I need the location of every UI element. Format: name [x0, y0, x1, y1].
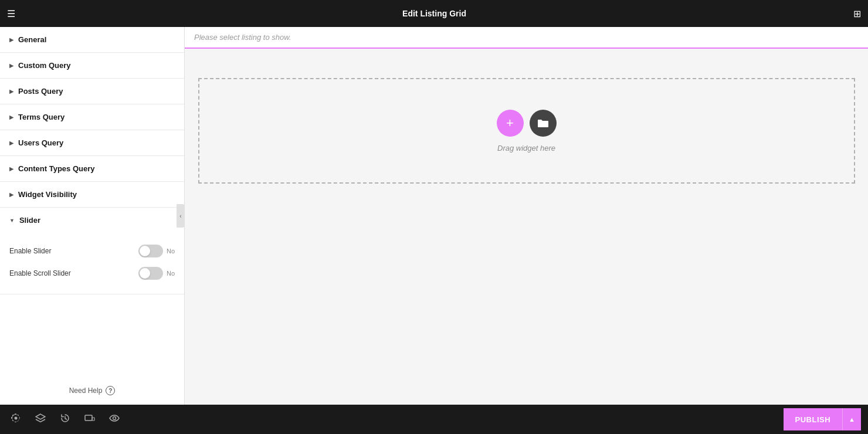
sidebar-collapse-handle[interactable]: ‹ [177, 204, 185, 228]
sidebar-item-label-general: General [18, 35, 46, 44]
sidebar-item-label-content-types-query: Content Types Query [18, 164, 95, 173]
svg-rect-0 [85, 415, 92, 421]
enable-scroll-slider-toggle[interactable]: No [138, 267, 175, 280]
sidebar-section-terms-query: Terms Query [0, 104, 184, 130]
chevron-down-icon [9, 217, 15, 223]
folder-button[interactable] [530, 110, 557, 137]
publish-btn-group: PUBLISH ▲ [784, 408, 861, 430]
chevron-right-icon [9, 36, 13, 43]
sidebar-item-slider[interactable]: Slider [0, 208, 184, 233]
layers-icon[interactable] [32, 409, 49, 429]
sidebar-item-content-types-query[interactable]: Content Types Query [0, 156, 184, 181]
sidebar-item-label-custom-query: Custom Query [18, 61, 71, 70]
chevron-right-icon [9, 140, 13, 146]
enable-scroll-slider-label: Enable Scroll Slider [9, 269, 71, 277]
need-help-label: Need Help [69, 386, 103, 395]
slider-section-content: Enable Slider No Enable Scroll Slider [0, 233, 184, 294]
chevron-right-icon [9, 191, 13, 198]
settings-icon[interactable] [7, 409, 25, 429]
hamburger-icon[interactable]: ☰ [7, 8, 15, 19]
chevron-right-icon [9, 165, 13, 172]
help-icon: ? [106, 386, 115, 395]
chevron-right-icon [9, 114, 13, 120]
widget-canvas: + Drag widget here [185, 49, 868, 405]
sidebar-item-widget-visibility[interactable]: Widget Visibility [0, 182, 184, 207]
enable-slider-row: Enable Slider No [9, 240, 175, 262]
drop-zone-buttons: + [497, 110, 557, 137]
top-bar: ☰ Edit Listing Grid ⊞ [0, 0, 868, 27]
bottom-toolbar: PUBLISH ▲ [0, 405, 868, 434]
drop-zone: + Drag widget here [198, 78, 855, 184]
chevron-right-icon [9, 62, 13, 69]
enable-slider-toggle[interactable]: No [138, 245, 175, 257]
drop-text: Drag widget here [497, 144, 555, 152]
sidebar-section-content-types-query: Content Types Query [0, 156, 184, 182]
sidebar-item-label-widget-visibility: Widget Visibility [18, 190, 77, 199]
sidebar-section-users-query: Users Query [0, 130, 184, 156]
sidebar-item-label-users-query: Users Query [18, 138, 63, 147]
responsive-icon[interactable] [81, 409, 99, 429]
grid-icon[interactable]: ⊞ [853, 8, 861, 19]
enable-scroll-slider-thumb [140, 268, 150, 279]
sidebar-section-slider: Slider Enable Slider No Enable Scroll Sl… [0, 208, 184, 294]
history-icon[interactable] [56, 409, 74, 429]
sidebar-item-custom-query[interactable]: Custom Query [0, 53, 184, 78]
sidebar-section-general: General [0, 27, 184, 53]
sidebar-item-label-terms-query: Terms Query [18, 113, 65, 121]
enable-slider-thumb [140, 246, 150, 256]
enable-scroll-slider-no: No [167, 270, 175, 277]
sidebar-item-users-query[interactable]: Users Query [0, 130, 184, 155]
notice-bar: Please select listing to show. [185, 27, 868, 49]
page-title: Edit Listing Grid [22, 9, 846, 18]
need-help-section[interactable]: Need Help ? [0, 377, 184, 405]
main-layout: General Custom Query Posts Query Terms Q… [0, 27, 868, 405]
canvas-area: Please select listing to show. + Drag wi… [185, 27, 868, 405]
sidebar-section-custom-query: Custom Query [0, 53, 184, 79]
sidebar-item-posts-query[interactable]: Posts Query [0, 79, 184, 104]
notice-text: Please select listing to show. [194, 33, 291, 42]
enable-scroll-slider-row: Enable Scroll Slider No [9, 262, 175, 284]
svg-point-2 [113, 417, 116, 420]
sidebar-item-label-slider: Slider [19, 216, 40, 225]
sidebar-section-posts-query: Posts Query [0, 79, 184, 104]
enable-slider-no: No [167, 247, 175, 255]
sidebar-item-general[interactable]: General [0, 27, 184, 52]
publish-chevron-button[interactable]: ▲ [842, 408, 861, 430]
enable-slider-track[interactable] [138, 245, 163, 257]
sidebar-item-label-posts-query: Posts Query [18, 87, 63, 96]
eye-icon[interactable] [106, 409, 123, 429]
sidebar-section-widget-visibility: Widget Visibility [0, 182, 184, 208]
sidebar: General Custom Query Posts Query Terms Q… [0, 27, 185, 405]
chevron-right-icon [9, 88, 13, 94]
publish-button[interactable]: PUBLISH [784, 408, 843, 430]
sidebar-item-terms-query[interactable]: Terms Query [0, 104, 184, 130]
add-widget-button[interactable]: + [497, 110, 524, 137]
enable-scroll-slider-track[interactable] [138, 267, 163, 280]
enable-slider-label: Enable Slider [9, 247, 51, 255]
